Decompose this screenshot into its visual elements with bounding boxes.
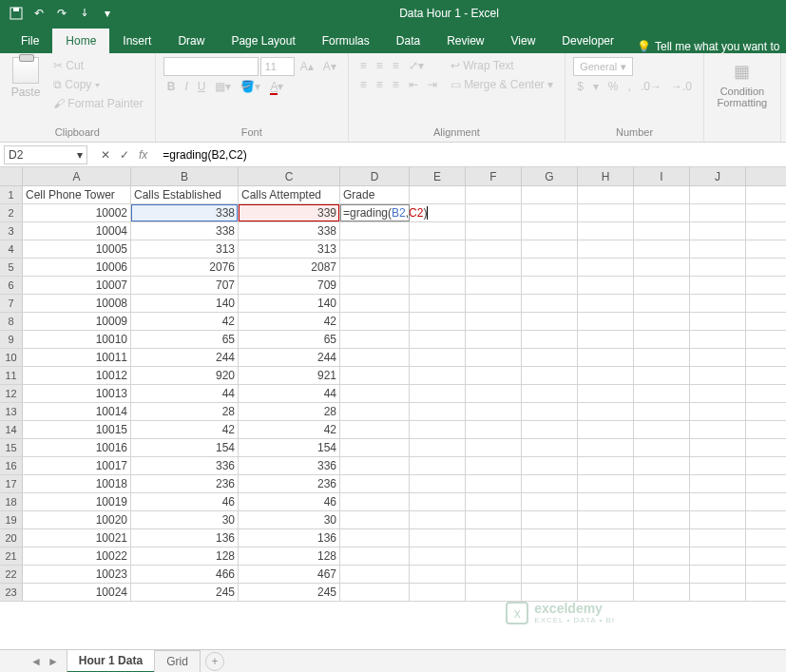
align-right-icon[interactable]: ≡ — [389, 76, 403, 93]
align-left-icon[interactable]: ≡ — [356, 76, 371, 93]
cell[interactable]: 10010 — [23, 331, 131, 348]
cell[interactable] — [522, 584, 578, 601]
cell[interactable] — [522, 475, 578, 492]
cell[interactable] — [578, 547, 634, 565]
sheet-tab-grid[interactable]: Grid — [154, 650, 201, 672]
row-header[interactable]: 14 — [0, 421, 23, 438]
cell[interactable]: Cell Phone Tower — [23, 186, 131, 203]
cell[interactable] — [340, 547, 410, 565]
cell[interactable] — [634, 349, 690, 366]
cell[interactable] — [410, 222, 466, 240]
cell[interactable] — [522, 313, 578, 330]
cell[interactable] — [690, 222, 746, 240]
cell[interactable] — [522, 529, 578, 547]
border-button[interactable]: ▦▾ — [211, 78, 235, 95]
cell[interactable]: 30 — [239, 511, 340, 528]
cell[interactable] — [410, 367, 466, 384]
cell[interactable] — [578, 493, 634, 510]
cell[interactable] — [466, 240, 522, 258]
cell[interactable] — [634, 277, 690, 294]
cell[interactable]: 10012 — [23, 367, 131, 384]
cell[interactable]: 154 — [131, 439, 239, 456]
row-header[interactable]: 8 — [0, 313, 23, 330]
cell[interactable] — [578, 367, 634, 384]
cell[interactable]: 313 — [131, 240, 239, 258]
cell[interactable] — [634, 331, 690, 348]
cell[interactable]: 313 — [239, 240, 340, 258]
cell[interactable] — [522, 421, 578, 438]
cell[interactable] — [466, 403, 522, 420]
align-middle-icon[interactable]: ≡ — [373, 57, 387, 74]
cell[interactable] — [340, 313, 410, 330]
font-size-combo[interactable] — [260, 57, 295, 76]
cell[interactable] — [634, 511, 690, 528]
cell[interactable] — [634, 475, 690, 492]
cell[interactable] — [634, 295, 690, 312]
cell[interactable] — [578, 349, 634, 366]
cell[interactable] — [634, 584, 690, 601]
number-format-combo[interactable]: General ▾ — [573, 57, 633, 76]
cell[interactable] — [578, 584, 634, 601]
tab-draw[interactable]: Draw — [164, 29, 218, 53]
row-header[interactable]: 20 — [0, 529, 23, 547]
cell[interactable]: 42 — [239, 421, 340, 438]
cell[interactable]: 338 — [131, 222, 239, 240]
align-center-icon[interactable]: ≡ — [373, 76, 387, 93]
cell[interactable] — [340, 240, 410, 258]
cell[interactable]: 336 — [131, 457, 239, 474]
cell[interactable] — [410, 511, 466, 528]
sheet-tab-active[interactable]: Hour 1 Data — [67, 649, 155, 672]
cell[interactable] — [634, 457, 690, 474]
cell[interactable] — [466, 529, 522, 547]
row-header[interactable]: 23 — [0, 584, 23, 601]
row-header[interactable]: 15 — [0, 439, 23, 456]
italic-button[interactable]: I — [181, 78, 191, 95]
cell[interactable]: 336 — [239, 457, 340, 474]
cell[interactable]: 42 — [131, 421, 239, 438]
cell[interactable] — [340, 493, 410, 510]
cell[interactable] — [690, 421, 746, 438]
cell[interactable] — [466, 511, 522, 528]
cell[interactable] — [522, 439, 578, 456]
fx-icon[interactable]: fx — [139, 148, 147, 162]
cell[interactable] — [410, 240, 466, 258]
tab-developer[interactable]: Developer — [548, 29, 627, 53]
cell[interactable] — [578, 475, 634, 492]
cell[interactable] — [522, 349, 578, 366]
cell[interactable] — [578, 385, 634, 402]
row-header[interactable]: 16 — [0, 457, 23, 474]
cell[interactable] — [522, 493, 578, 510]
cell[interactable] — [578, 186, 634, 203]
cell[interactable] — [690, 240, 746, 258]
save-icon[interactable] — [6, 3, 27, 24]
cell[interactable] — [522, 259, 578, 276]
cell[interactable] — [690, 566, 746, 583]
cell[interactable]: 10011 — [23, 349, 131, 366]
cell[interactable]: 28 — [131, 403, 239, 420]
cell[interactable]: 10008 — [23, 295, 131, 312]
align-bottom-icon[interactable]: ≡ — [389, 57, 403, 74]
cell[interactable] — [410, 259, 466, 276]
tab-view[interactable]: View — [498, 29, 549, 53]
cell[interactable] — [410, 331, 466, 348]
cell[interactable] — [466, 493, 522, 510]
cell[interactable] — [466, 186, 522, 203]
cell[interactable]: 466 — [131, 566, 239, 583]
cell[interactable] — [634, 313, 690, 330]
cell[interactable] — [634, 493, 690, 510]
cell[interactable]: 10007 — [23, 277, 131, 294]
cell[interactable] — [634, 222, 690, 240]
cell[interactable] — [466, 547, 522, 565]
cell[interactable]: Grade — [340, 186, 410, 203]
cell[interactable]: 128 — [239, 547, 340, 565]
cell[interactable] — [578, 457, 634, 474]
cell[interactable]: 136 — [131, 529, 239, 547]
sheet-nav-next-icon[interactable]: ► — [48, 655, 59, 668]
cell[interactable] — [340, 439, 410, 456]
cell[interactable] — [410, 385, 466, 402]
row-header[interactable]: 1 — [0, 186, 23, 203]
decrease-font-icon[interactable]: A▾ — [319, 58, 340, 75]
cell[interactable] — [410, 584, 466, 601]
cell[interactable] — [690, 367, 746, 384]
cell[interactable] — [578, 529, 634, 547]
